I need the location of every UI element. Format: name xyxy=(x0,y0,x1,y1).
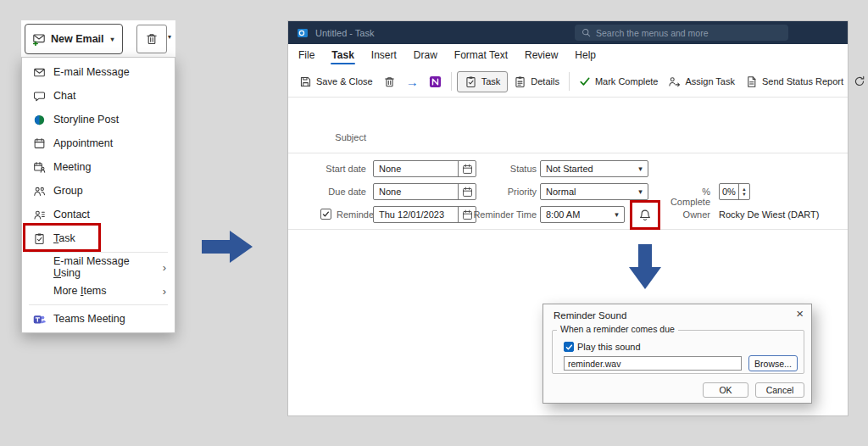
due-date-value: None xyxy=(374,187,458,197)
ok-button[interactable]: OK xyxy=(703,382,748,398)
tab-file[interactable]: File xyxy=(290,44,323,66)
menu-item-label: E-mail Message xyxy=(53,66,130,78)
outlook-icon xyxy=(297,27,309,39)
due-date-input[interactable]: None xyxy=(373,183,476,200)
menu-item-label: Meeting xyxy=(53,161,91,173)
dropdown-chevron-icon[interactable]: ▾ xyxy=(609,207,624,222)
menu-item-label: Contact xyxy=(53,209,90,220)
refresh-button[interactable] xyxy=(849,71,868,92)
ok-label: OK xyxy=(719,385,732,395)
reminder-date-input[interactable]: Thu 12/01/2023 xyxy=(373,206,476,223)
delete-item-button[interactable] xyxy=(379,71,400,92)
tab-task[interactable]: Task xyxy=(323,44,362,66)
contact-icon xyxy=(32,209,46,221)
arrow-right-head xyxy=(230,231,253,263)
titlebar: Untitled - Task xyxy=(288,21,848,44)
search-box[interactable] xyxy=(575,25,788,41)
arrow-down xyxy=(638,244,652,267)
tab-help[interactable]: Help xyxy=(566,44,604,66)
tab-review[interactable]: Review xyxy=(516,44,566,66)
tab-insert[interactable]: Insert xyxy=(363,44,405,66)
priority-value: Normal xyxy=(541,187,633,197)
menu-item-email-message[interactable]: E-mail Message xyxy=(22,60,175,84)
task-view-label: Task xyxy=(481,76,501,86)
submenu-arrow-icon: › xyxy=(163,262,166,273)
delete-split-chevron-icon[interactable]: ▾ xyxy=(168,33,171,41)
reminder-sound-bell-icon xyxy=(638,209,652,222)
reminder-sound-button[interactable] xyxy=(634,204,656,226)
search-icon xyxy=(581,28,591,37)
mark-complete-label: Mark Complete xyxy=(595,76,659,86)
assign-task-label: Assign Task xyxy=(685,76,735,86)
menu-item-contact[interactable]: Contact xyxy=(22,203,175,226)
onenote-button[interactable] xyxy=(425,71,446,92)
menu-item-chat[interactable]: Chat xyxy=(22,84,175,108)
group-box-label: When a reminder comes due xyxy=(557,325,678,334)
refresh-icon xyxy=(854,75,865,87)
tab-format-text[interactable]: Format Text xyxy=(446,44,516,66)
cancel-button[interactable]: Cancel xyxy=(755,382,804,398)
menu-item-email-message-using[interactable]: E-mail Message Using › xyxy=(22,255,175,279)
menu-item-group[interactable]: Group xyxy=(22,179,175,203)
reminder-time-dropdown[interactable]: 8:00 AM ▾ xyxy=(540,206,625,223)
menu-item-storyline-post[interactable]: Storyline Post xyxy=(22,108,175,131)
menu-separator xyxy=(29,252,168,253)
status-dropdown[interactable]: Not Started ▾ xyxy=(540,160,648,177)
toolbar-divider xyxy=(569,72,570,91)
mark-complete-button[interactable]: Mark Complete xyxy=(575,71,663,92)
task-icon xyxy=(32,232,46,245)
chevron-down-icon: ▾ xyxy=(111,36,114,43)
dropdown-chevron-icon[interactable]: ▾ xyxy=(633,161,648,176)
dropdown-chevron-icon[interactable]: ▾ xyxy=(633,184,648,199)
toolbar: Save & Close → Task xyxy=(288,66,848,98)
mark-complete-icon xyxy=(579,75,591,87)
group-icon xyxy=(32,185,46,198)
reminder-sound-dialog: Reminder Sound × When a reminder comes d… xyxy=(542,304,812,404)
email-message-icon xyxy=(32,66,46,79)
browse-button[interactable]: Browse... xyxy=(748,355,798,371)
menu-item-teams-meeting[interactable]: Teams Meeting xyxy=(22,307,175,331)
search-input[interactable] xyxy=(596,28,782,38)
reminder-date-value: Thu 12/01/2023 xyxy=(374,209,458,220)
close-icon[interactable]: × xyxy=(796,306,804,321)
start-date-value: None xyxy=(374,164,458,174)
save-close-label: Save & Close xyxy=(316,76,373,86)
menu-item-meeting[interactable]: Meeting xyxy=(22,155,175,179)
menu-item-label: E-mail Message Using xyxy=(53,255,155,279)
toolbar-divider xyxy=(451,72,452,91)
percent-complete-stepper[interactable]: 0% ▴▾ xyxy=(719,183,750,200)
new-email-button[interactable]: New Email ▾ xyxy=(25,24,123,54)
forward-arrow-icon: → xyxy=(406,75,419,88)
status-value: Not Started xyxy=(541,164,633,174)
tutorial-canvas: New Email ▾ ▾ E-mail Message Chat Storyl… xyxy=(0,0,868,446)
menu-item-label: Storyline Post xyxy=(53,114,119,125)
details-icon xyxy=(514,75,526,88)
reminder-label: Reminder xyxy=(337,209,377,220)
menu-item-more-items[interactable]: More Items › xyxy=(22,279,175,303)
menu-item-label: Group xyxy=(53,185,83,197)
send-status-report-button[interactable]: Send Status Report xyxy=(741,71,848,92)
task-icon xyxy=(465,75,477,88)
details-button[interactable]: Details xyxy=(509,71,564,92)
priority-label: Priority xyxy=(470,187,537,197)
save-close-button[interactable]: Save & Close xyxy=(295,71,377,92)
start-date-input[interactable]: None xyxy=(373,160,476,177)
sound-file-input[interactable] xyxy=(564,356,742,371)
task-view-button[interactable]: Task xyxy=(457,71,509,92)
spinner-icon[interactable]: ▴▾ xyxy=(738,184,749,199)
reminder-checkbox[interactable] xyxy=(320,209,331,220)
forward-button[interactable]: → xyxy=(402,71,423,92)
assign-task-icon xyxy=(668,75,681,88)
onenote-icon xyxy=(429,75,442,88)
assign-task-button[interactable]: Assign Task xyxy=(664,71,739,92)
delete-button[interactable] xyxy=(136,25,167,53)
reminder-time-label: Reminder Time xyxy=(470,209,537,220)
priority-dropdown[interactable]: Normal ▾ xyxy=(540,183,648,200)
subject-underline xyxy=(288,153,848,153)
menu-item-task[interactable]: Task xyxy=(22,226,175,250)
tab-draw[interactable]: Draw xyxy=(405,44,446,66)
play-sound-checkbox[interactable] xyxy=(564,342,574,352)
menu-item-appointment[interactable]: Appointment xyxy=(22,131,175,155)
send-status-report-icon xyxy=(745,75,758,88)
new-email-label: New Email xyxy=(51,33,104,45)
